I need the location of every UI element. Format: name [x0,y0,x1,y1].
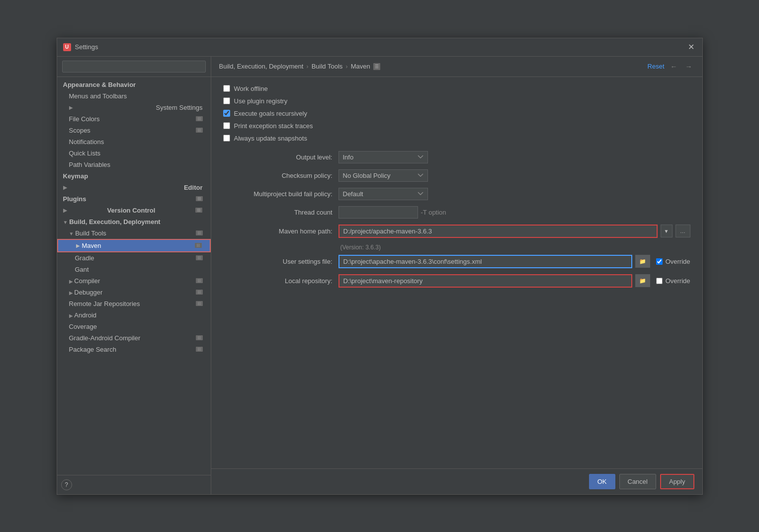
sidebar-item-build-tools[interactable]: ▼ Build Tools [57,228,211,239]
sidebar-item-version-control[interactable]: ▶ Version Control [57,205,211,216]
sidebar-item-gradle-android[interactable]: Gradle-Android Compiler [57,332,211,344]
local-repo-browse-btn[interactable]: 📁 [635,274,650,287]
nav-actions: Reset ← → [648,62,694,72]
android-expand: ▶ [69,313,75,318]
sidebar-item-plugins[interactable]: Plugins [57,193,211,205]
checkbox-work-offline: Work offline [223,85,690,92]
checksum-policy-select[interactable]: No Global Policy Strict Warn Ignore [338,169,428,182]
thread-count-wrap: -T option [338,206,690,219]
maven-home-input[interactable] [338,225,658,238]
titlebar: U Settings ✕ [57,38,702,57]
reset-button[interactable]: Reset [648,63,665,70]
multiproject-fail-wrap: Default Fail at end Fail never [338,188,690,200]
checkbox-execute-goals: Execute goals recursively [223,110,690,117]
sidebar-item-maven[interactable]: ▶ Maven [57,239,211,252]
close-button[interactable]: ✕ [686,42,696,52]
sidebar-item-build-exec[interactable]: ▼ Build, Execution, Deployment [57,216,211,228]
local-repo-override-checkbox[interactable] [656,278,663,284]
user-settings-override-checkbox[interactable] [656,258,663,265]
breadcrumb-part2: Build Tools [312,63,343,70]
vc-expand: ▶ [63,208,67,213]
execute-goals-checkbox[interactable] [223,110,230,117]
sidebar-item-scopes[interactable]: Scopes [57,125,211,136]
thread-count-input[interactable] [338,206,418,219]
sidebar-item-coverage[interactable]: Coverage [57,321,211,332]
user-settings-browse-btn[interactable]: 📁 [635,255,650,268]
cancel-button[interactable]: Cancel [619,474,656,489]
execute-goals-label[interactable]: Execute goals recursively [234,110,307,117]
sidebar-item-debugger[interactable]: ▶ Debugger [57,287,211,298]
main-content: Build, Execution, Deployment › Build Too… [211,57,702,494]
sidebar: Appearance & Behavior Menus and Toolbars… [57,57,211,494]
title-left: U Settings [63,43,98,51]
editor-expand: ▶ [63,185,67,190]
output-level-select[interactable]: Info Debug Warning Error [338,151,428,163]
user-settings-override-label[interactable]: Override [666,258,690,265]
checkbox-plugin-registry: Use plugin registry [223,97,690,105]
maven-home-path-row: ▼ … [338,225,690,238]
sidebar-item-quick-lists[interactable]: Quick Lists [57,148,211,159]
output-level-wrap: Info Debug Warning Error [338,151,690,163]
sidebar-item-compiler[interactable]: ▶ Compiler [57,275,211,287]
local-repo-input[interactable] [338,274,632,288]
sidebar-item-file-colors[interactable]: File Colors [57,113,211,125]
vc-icon [195,208,202,213]
sidebar-item-remote-jar[interactable]: Remote Jar Repositories [57,298,211,309]
gradle-android-icon [196,335,203,340]
sidebar-item-appearance[interactable]: Appearance & Behavior [57,79,211,90]
output-level-label: Output level: [223,153,333,161]
update-snapshots-label[interactable]: Always update snapshots [234,135,307,142]
maven-expand: ▶ [76,243,80,248]
user-settings-input[interactable] [338,255,632,268]
sidebar-item-system-settings[interactable]: ▶ System Settings [57,102,211,113]
sidebar-bottom: ? [57,475,211,494]
sidebar-item-gant[interactable]: Gant [57,264,211,275]
app-icon: U [63,43,71,51]
bt-expand: ▼ [69,231,76,236]
breadcrumb-menu-icon[interactable]: ☰ [373,63,380,70]
plugin-registry-label[interactable]: Use plugin registry [234,97,288,105]
print-exceptions-label[interactable]: Print exception stack traces [234,122,313,130]
search-box [57,57,211,77]
compiler-expand: ▶ [69,279,75,284]
apply-button[interactable]: Apply [660,474,694,489]
local-repo-label: Local repository: [223,277,333,285]
debugger-icon [196,290,203,295]
maven-home-label: Maven home path: [223,228,333,235]
local-repo-override-label[interactable]: Override [666,277,690,285]
sidebar-item-android[interactable]: ▶ Android [57,309,211,321]
dialog-footer: OK Cancel Apply [211,468,702,494]
multiproject-fail-select[interactable]: Default Fail at end Fail never [338,188,428,200]
help-button[interactable]: ? [61,479,72,490]
maven-home-dropdown-btn[interactable]: ▼ [661,225,673,237]
print-exceptions-checkbox[interactable] [223,122,230,129]
checkbox-print-exceptions: Print exception stack traces [223,122,690,130]
sidebar-content: Appearance & Behavior Menus and Toolbars… [57,77,211,475]
breadcrumb-sep1: › [306,63,308,70]
breadcrumb-bar: Build, Execution, Deployment › Build Too… [211,57,702,77]
sidebar-item-menus[interactable]: Menus and Toolbars [57,90,211,102]
plugin-registry-checkbox[interactable] [223,97,230,104]
forward-button[interactable]: → [683,62,694,72]
multiproject-fail-label: Multiproject build fail policy: [223,190,333,198]
output-level-row: Output level: Info Debug Warning Error [223,151,690,163]
work-offline-checkbox[interactable] [223,85,230,92]
compiler-icon [196,278,203,283]
sidebar-item-gradle[interactable]: Gradle [57,252,211,264]
sidebar-item-keymap[interactable]: Keymap [57,170,211,182]
work-offline-label[interactable]: Work offline [234,85,268,92]
maven-home-browse-btn[interactable]: … [675,225,690,237]
sidebar-item-editor[interactable]: ▶ Editor [57,182,211,193]
update-snapshots-checkbox[interactable] [223,135,230,142]
maven-home-row: Maven home path: ▼ … [223,225,690,238]
sidebar-item-package-search[interactable]: Package Search [57,344,211,355]
expand-icon: ▶ [69,105,73,110]
thread-count-label: Thread count [223,209,333,216]
sidebar-item-notifications[interactable]: Notifications [57,136,211,148]
version-hint-row: (Version: 3.6.3) [223,244,690,251]
ok-button[interactable]: OK [589,474,615,489]
search-input[interactable] [62,61,206,73]
sidebar-item-path-variables[interactable]: Path Variables [57,159,211,170]
back-button[interactable]: ← [669,62,679,72]
thread-count-row: Thread count -T option [223,206,690,219]
